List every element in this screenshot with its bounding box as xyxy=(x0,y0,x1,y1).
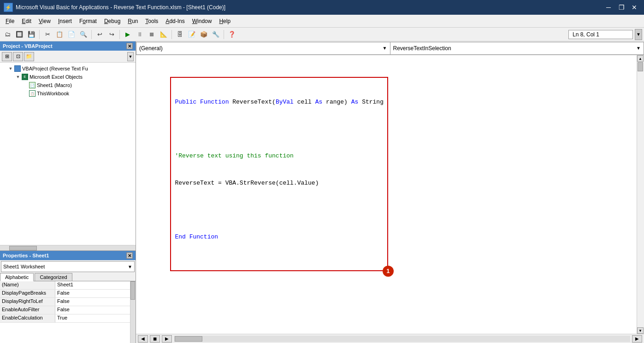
toolbar-design[interactable]: 📐 xyxy=(158,29,169,40)
properties-dropdown-label: Sheet1 Worksheet xyxy=(3,264,45,269)
code-line-4: ReverseText = VBA.StrReverse(cell.Value) xyxy=(175,179,384,188)
toolbar-scroll[interactable]: ▼ xyxy=(635,29,642,40)
proj-scroll[interactable]: ▼ xyxy=(127,52,134,61)
tab-categorized[interactable]: Categorized xyxy=(35,273,72,281)
project-panel-close[interactable]: ✕ xyxy=(126,43,133,49)
prop-value-name: Sheet1 xyxy=(55,281,130,289)
toolbar-procedures[interactable]: 🔧 xyxy=(210,29,221,40)
project-scrollbar[interactable] xyxy=(0,245,136,250)
code-scroll-right: ▲ ▼ xyxy=(637,55,644,334)
left-panel: Project - VBAProject ✕ ⊞ ⊡ 📁 ▼ ▼ VBAProj… xyxy=(0,41,136,343)
toolbar-view-explorer[interactable]: 🗂 xyxy=(2,29,13,40)
project-panel: Project - VBAProject ✕ ⊞ ⊡ 📁 ▼ ▼ VBAProj… xyxy=(0,41,136,251)
menu-tools[interactable]: Tools xyxy=(142,17,162,26)
project-scrollbar-thumb[interactable] xyxy=(9,246,37,250)
sheet1-icon: 📄 xyxy=(29,81,36,89)
code-line-2 xyxy=(175,125,384,134)
code-bottom-end-arrow[interactable]: ▶ xyxy=(632,335,642,343)
code-dropdown-proc[interactable]: ReverseTextInSelection ▼ xyxy=(390,42,644,55)
tree-item-thisworkbook[interactable]: ▶ 📋 ThisWorkbook xyxy=(0,89,136,98)
tree-expander-excel-objects[interactable]: ▼ xyxy=(15,74,21,80)
toolbar-undo[interactable]: ↩ xyxy=(94,29,105,40)
prop-name-enablecalculation: EnableCalculation xyxy=(0,314,55,322)
code-divider xyxy=(142,301,631,310)
menu-format[interactable]: Format xyxy=(76,17,100,26)
code-scroll-down[interactable]: ▼ xyxy=(637,327,644,334)
toolbar-run[interactable]: ▶ xyxy=(122,29,133,40)
toolbar-sep1 xyxy=(39,30,40,39)
properties-panel-title: Properties - Sheet1 xyxy=(3,253,49,258)
prop-value-enablecalculation: True xyxy=(55,314,130,322)
tree-item-excel-objects[interactable]: ▼ E Microsoft Excel Objects xyxy=(0,73,136,81)
tree-label-vbaproject: VBAProject (Reverse Text Fu xyxy=(22,66,88,71)
prop-row-name: (Name) Sheet1 xyxy=(0,281,130,290)
code-dropdown-general[interactable]: (General) ▼ xyxy=(136,42,390,55)
menu-file[interactable]: File xyxy=(2,17,18,26)
minimize-button[interactable]: ─ xyxy=(603,2,614,12)
toolbar-module[interactable]: 📝 xyxy=(186,29,197,40)
code-bottom-center-btn[interactable]: ◼ xyxy=(150,335,160,343)
properties-dropdown-arrow: ▼ xyxy=(128,264,132,269)
close-button[interactable]: ✕ xyxy=(628,2,640,12)
code-area: Public Function ReverseText(ByVal cell A… xyxy=(136,55,644,334)
menu-insert[interactable]: Insert xyxy=(54,17,76,26)
properties-tabs: Alphabetic Categorized xyxy=(0,273,136,281)
tree-expander-vbaproject[interactable]: ▼ xyxy=(7,65,14,72)
code-bottom-bar: ◀ ◼ ▶ ▶ xyxy=(136,334,644,343)
proj-view-code[interactable]: ⊞ xyxy=(2,52,12,61)
tree-item-vbaproject[interactable]: ▼ VBAProject (Reverse Text Fu xyxy=(0,64,136,73)
menu-run[interactable]: Run xyxy=(124,17,142,26)
properties-scroll-thumb[interactable] xyxy=(130,281,135,300)
code-scroll-up[interactable]: ▲ xyxy=(637,55,644,62)
title-bar-left: ⚡ Microsoft Visual Basic for Application… xyxy=(4,3,225,12)
toolbar-break[interactable]: ⏸ xyxy=(134,29,145,40)
code-panel: (General) ▼ ReverseTextInSelection ▼ Pub… xyxy=(136,41,644,343)
toolbar-redo[interactable]: ↪ xyxy=(106,29,117,40)
menu-view[interactable]: View xyxy=(35,17,54,26)
menu-addins[interactable]: Add-Ins xyxy=(162,17,188,26)
menu-edit[interactable]: Edit xyxy=(18,17,35,26)
toolbar-sep2 xyxy=(91,30,92,39)
restore-button[interactable]: ❐ xyxy=(615,2,627,12)
code-line-1: Public Function ReverseText(ByVal cell A… xyxy=(175,98,384,107)
toolbar-save[interactable]: 💾 xyxy=(26,29,37,40)
toolbar-cut[interactable]: ✂ xyxy=(42,29,53,40)
proj-toggle-folders[interactable]: 📁 xyxy=(24,52,34,61)
tree-item-sheet1[interactable]: ▶ 📄 Sheet1 (Macro) xyxy=(0,81,136,89)
tree-expander-sheet1: ▶ xyxy=(22,82,29,88)
properties-scrollbar[interactable] xyxy=(130,281,136,343)
code-bottom-scroll-track[interactable] xyxy=(174,336,630,342)
code-bottom-right-arrow[interactable]: ▶ xyxy=(162,335,172,343)
toolbar-props[interactable]: 🔲 xyxy=(14,29,25,40)
toolbar-stop[interactable]: ⏹ xyxy=(146,29,157,40)
code-dropdown-general-arrow: ▼ xyxy=(383,46,387,51)
toolbar-paste[interactable]: 📄 xyxy=(66,29,77,40)
prop-name-displayrighttolef: DisplayRightToLef xyxy=(0,298,55,306)
toolbar-class[interactable]: 📦 xyxy=(198,29,209,40)
properties-panel-close[interactable]: ✕ xyxy=(126,252,133,259)
properties-dropdown[interactable]: Sheet1 Worksheet ▼ xyxy=(1,261,135,272)
toolbar-sep5 xyxy=(224,30,224,39)
tab-alphabetic[interactable]: Alphabetic xyxy=(0,273,34,281)
code-bottom-scroll-thumb[interactable] xyxy=(175,336,202,342)
toolbar-copy[interactable]: 📋 xyxy=(54,29,65,40)
toolbar-sep3 xyxy=(119,30,120,39)
menu-debug[interactable]: Debug xyxy=(100,17,124,26)
menu-window[interactable]: Window xyxy=(189,17,216,26)
code-scroll-thumb[interactable] xyxy=(638,62,643,71)
code-dropdown-general-label: (General) xyxy=(139,45,163,52)
tree-expander-thisworkbook: ▶ xyxy=(22,90,29,97)
menu-help[interactable]: Help xyxy=(215,17,234,26)
proj-view-object[interactable]: ⊡ xyxy=(13,52,23,61)
code-dropdown-proc-arrow: ▼ xyxy=(636,46,641,51)
tree-label-sheet1: Sheet1 (Macro) xyxy=(37,82,72,88)
project-toolbar: ⊞ ⊡ 📁 ▼ xyxy=(0,51,136,63)
code-bottom-left-arrow[interactable]: ◀ xyxy=(138,335,148,343)
code-content[interactable]: Public Function ReverseText(ByVal cell A… xyxy=(136,55,637,334)
vbaproject-icon xyxy=(14,65,21,72)
prop-row-displaypagebreaks: DisplayPageBreaks False xyxy=(0,290,130,298)
toolbar-find[interactable]: 🔍 xyxy=(78,29,89,40)
toolbar-help[interactable]: ❓ xyxy=(226,29,237,40)
toolbar-userform[interactable]: 🗄 xyxy=(174,29,185,40)
title-controls[interactable]: ─ ❐ ✕ xyxy=(603,2,640,12)
